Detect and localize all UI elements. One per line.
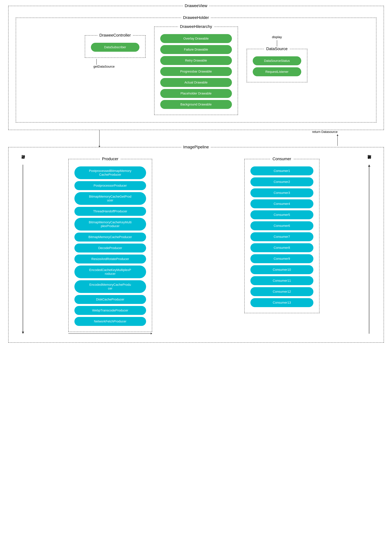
drawee-view-box: DraweeView DraweeHolder DraweeController… <box>8 6 384 130</box>
hierarchy-label: DraweeHilerarchy <box>178 24 214 29</box>
drawee-view-label: DraweeView <box>183 4 209 8</box>
datasource-box: DataSource DataSourceStatus RequestListe… <box>247 49 307 82</box>
consumer-pill-3: Consumer4 <box>250 199 313 208</box>
producer-pill-7: ResizeAndRotateProducer <box>74 255 146 264</box>
right-side-line <box>369 165 369 334</box>
failure-drawable-pill: Failure Drawable <box>160 45 232 54</box>
pipeline-main-row: 处理任务 Producer PostprocessedBitmapMemory … <box>16 159 376 334</box>
consumer-pill-7: Consumer8 <box>250 243 313 252</box>
producer-label: Producer <box>100 157 120 161</box>
datasource-label: DataSource <box>264 47 290 51</box>
left-side-line <box>23 165 23 334</box>
retry-drawable-pill: Retry Drawable <box>160 56 232 65</box>
producer-pill-4: BitmapMemoryCacheKeyMulti plexProducer <box>74 218 146 231</box>
return-datasource-arrow <box>338 134 338 146</box>
consumer-pill-11: Consumer12 <box>250 287 313 296</box>
background-drawable-pill: Background Drawable <box>160 100 232 109</box>
consumer-pill-1: Consumer2 <box>250 177 313 186</box>
consumer-pill-9: Consumer10 <box>250 265 313 274</box>
get-datasource-line <box>96 59 97 65</box>
producer-pill-3: ThreadHandoffProducer <box>74 207 146 216</box>
producer-box: Producer PostprocessedBitmapMemory Cache… <box>68 159 152 332</box>
consumer-pill-4: Consumer5 <box>250 210 313 219</box>
request-listener-pill: RequestListener <box>253 67 301 76</box>
producer-pill-1: PostprocessorProducer <box>74 181 146 190</box>
producer-pill-11: WebpTranscodeProducer <box>74 306 146 315</box>
producer-pill-8: EncodedCacheKeyMultiplexP roducer <box>74 266 146 278</box>
right-side-arrow: 返回结果 <box>362 159 376 334</box>
consumer-pill-8: Consumer9 <box>250 254 313 263</box>
placeholder-drawable-pill: Placeholder Drawable <box>160 89 232 98</box>
producer-pill-10: DiskCacheProducer <box>74 295 146 304</box>
consumer-pill-5: Consumer6 <box>250 221 313 230</box>
horiz-arrow-line <box>68 333 152 334</box>
consumer-pill-6: Consumer7 <box>250 232 313 241</box>
producer-pill-6: DecodeProducer <box>74 244 146 253</box>
overlay-drawable-pill: Overlay Drawable <box>160 34 232 43</box>
controller-label: DraweeController <box>97 33 133 38</box>
consumer-box: Consumer Consumer1 Consumer2 Consumer3 C… <box>244 159 320 313</box>
producer-pill-9: EncodedMemoryCacheProdu cer <box>74 280 146 293</box>
image-pipeline-label: ImagePipeline <box>181 145 211 149</box>
diagram-wrapper: DraweeView DraweeHolder DraweeController… <box>8 6 384 343</box>
drawee-hierarchy-box: DraweeHilerarchy Overlay Drawable Failur… <box>154 27 238 115</box>
producer-pill-0: PostprocessedBitmapMemory CacheProducer <box>74 166 146 179</box>
top-content-row: DraweeController DataSubscriber getDataS… <box>22 27 370 115</box>
actual-drawable-pill: Actual Drawable <box>160 78 232 87</box>
get-datasource-label: getDataSource <box>93 65 115 69</box>
producer-pill-2: BitmapMemoryCacheGetProd ucer <box>74 192 146 205</box>
drawee-controller-box: DraweeController DataSubscriber <box>85 35 146 58</box>
boxes-middle: Producer PostprocessedBitmapMemory Cache… <box>30 159 362 334</box>
consumer-pill-12: Consumer13 <box>250 298 313 307</box>
consumer-label: Consumer <box>271 157 293 161</box>
get-datasource-arrow <box>99 130 99 147</box>
consumer-pill-10: Consumer11 <box>250 276 313 285</box>
display-label: display <box>272 35 282 39</box>
producer-pill-12: NetworkFetchProducer <box>74 317 146 326</box>
return-datasource-label: return Datasource <box>312 130 338 134</box>
datasource-status-pill: DataSourceStatus <box>253 56 301 65</box>
left-side-arrow: 处理任务 <box>16 159 30 334</box>
datasubscriber-pill: DataSubscriber <box>91 43 139 52</box>
drawee-holder-box: DraweeHolder DraweeController DataSubscr… <box>16 18 376 123</box>
image-pipeline-box: ImagePipeline 处理任务 Producer Postprocesse… <box>8 147 384 343</box>
producer-to-consumer-arrow <box>68 333 152 334</box>
progressbar-drawable-pill: Progressbar Drawable <box>160 67 232 76</box>
consumer-pill-2: Consumer3 <box>250 188 313 197</box>
producer-pill-5: BitmapMemoryCacheProducer <box>74 233 146 242</box>
consumer-pill-0: Consumer1 <box>250 166 313 175</box>
holder-label: DraweeHolder <box>181 15 211 20</box>
